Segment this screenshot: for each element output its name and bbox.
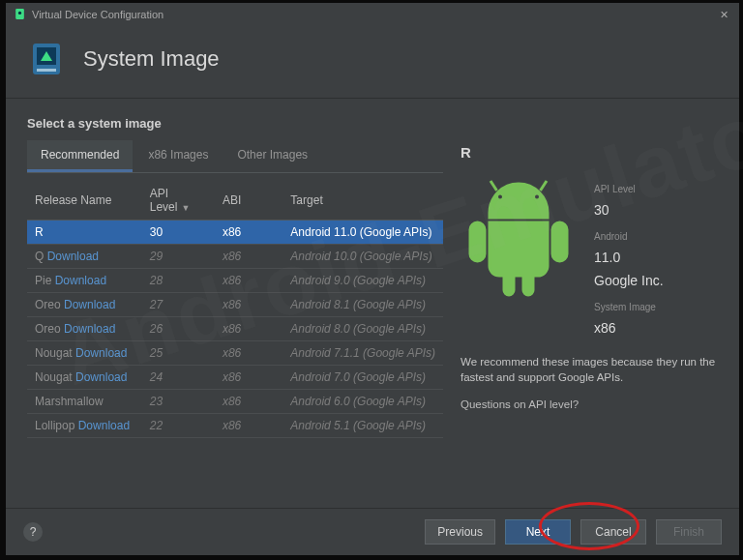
close-icon[interactable]: ✕ (716, 9, 731, 21)
content-area: Select a system image Recommended x86 Im… (6, 98, 739, 509)
svg-rect-4 (37, 69, 56, 72)
cell-release: Q Download (27, 245, 142, 269)
sort-desc-icon: ▼ (181, 203, 190, 213)
android-label: Android (594, 231, 664, 242)
studio-avd-icon (27, 40, 66, 78)
col-api[interactable]: API Level▼ (142, 181, 215, 221)
cell-release: Marshmallow (27, 390, 142, 414)
table-row[interactable]: Q Download29x86Android 10.0 (Google APIs… (27, 245, 443, 269)
footer: ? Previous Next Cancel Finish (6, 509, 739, 555)
sysimg-value: x86 (594, 320, 664, 336)
cell-api: 25 (142, 341, 215, 366)
window-title: Virtual Device Configuration (32, 9, 716, 20)
cell-target: Android 7.0 (Google APIs) (282, 366, 443, 390)
table-row[interactable]: Lollipop Download22x86Android 5.1 (Googl… (27, 414, 443, 438)
col-release[interactable]: Release Name (27, 181, 142, 221)
table-row[interactable]: R30x86Android 11.0 (Google APIs) (27, 221, 443, 245)
cell-api: 23 (142, 390, 215, 414)
sysimg-label: System Image (594, 302, 664, 312)
cell-target: Android 11.0 (Google APIs) (282, 221, 443, 245)
page-header: System Image (6, 26, 739, 98)
cell-release: Lollipop Download (27, 414, 142, 438)
question-link[interactable]: Questions on API level? (461, 398, 718, 410)
table-row[interactable]: Oreo Download27x86Android 8.1 (Google AP… (27, 293, 443, 317)
download-link[interactable]: Download (64, 322, 115, 336)
table-row[interactable]: Oreo Download26x86Android 8.0 (Google AP… (27, 317, 443, 341)
next-button[interactable]: Next (505, 519, 571, 545)
cell-abi: x86 (215, 269, 282, 293)
cell-target: Android 6.0 (Google APIs) (282, 390, 443, 414)
cell-abi: x86 (215, 341, 282, 366)
download-link[interactable]: Download (75, 370, 127, 384)
cell-api: 24 (142, 366, 215, 390)
tab-recommended[interactable]: Recommended (27, 140, 133, 172)
col-target[interactable]: Target (282, 181, 443, 221)
cell-release: Nougat Download (27, 341, 142, 366)
detail-pane: R API Level 30 Android 11.0 Google Inc. … (461, 140, 718, 508)
help-icon[interactable]: ? (23, 522, 43, 542)
cell-abi: x86 (215, 390, 282, 414)
tabs: Recommended x86 Images Other Images (27, 140, 443, 173)
cancel-button[interactable]: Cancel (580, 519, 646, 545)
cell-target: Android 8.1 (Google APIs) (282, 293, 443, 317)
tab-x86-images[interactable]: x86 Images (134, 140, 222, 172)
cell-abi: x86 (215, 221, 282, 245)
download-link[interactable]: Download (47, 250, 99, 263)
api-level-value: 30 (594, 202, 664, 218)
col-abi[interactable]: ABI (215, 181, 282, 221)
titlebar: Virtual Device Configuration ✕ (6, 3, 739, 26)
android-robot-icon (461, 174, 577, 303)
download-link[interactable]: Download (75, 346, 127, 360)
table-row[interactable]: Nougat Download25x86Android 7.1.1 (Googl… (27, 341, 443, 366)
cell-release: Nougat Download (27, 366, 142, 390)
cell-release: Pie Download (27, 269, 142, 293)
finish-button: Finish (656, 519, 722, 545)
cell-target: Android 9.0 (Google APIs) (282, 269, 443, 293)
table-row[interactable]: Nougat Download24x86Android 7.0 (Google … (27, 366, 443, 390)
cell-api: 26 (142, 317, 215, 341)
table-header-row: Release Name API Level▼ ABI Target (27, 181, 443, 221)
previous-button[interactable]: Previous (425, 519, 495, 545)
cell-target: Android 5.1 (Google APIs) (282, 414, 443, 438)
cell-abi: x86 (215, 317, 282, 341)
tab-other-images[interactable]: Other Images (223, 140, 321, 172)
cell-target: Android 7.1.1 (Google APIs) (282, 341, 443, 366)
api-level-label: API Level (594, 184, 664, 194)
detail-name: R (461, 144, 718, 161)
section-title: Select a system image (27, 99, 718, 140)
recommend-text: We recommend these images because they r… (461, 355, 718, 385)
cell-api: 29 (142, 245, 215, 269)
cell-api: 27 (142, 293, 215, 317)
android-studio-icon (14, 8, 26, 22)
cell-abi: x86 (215, 293, 282, 317)
cell-api: 22 (142, 414, 215, 438)
page-title: System Image (83, 46, 220, 72)
cell-target: Android 8.0 (Google APIs) (282, 317, 443, 341)
android-version: 11.0 (594, 250, 664, 265)
cell-abi: x86 (215, 414, 282, 438)
table-row[interactable]: Marshmallow23x86Android 6.0 (Google APIs… (27, 390, 443, 414)
cell-release: Oreo Download (27, 317, 142, 341)
download-link[interactable]: Download (78, 419, 130, 432)
cell-api: 28 (142, 269, 215, 293)
cell-target: Android 10.0 (Google APIs) (282, 245, 443, 269)
download-link[interactable]: Download (64, 298, 115, 311)
svg-point-1 (18, 11, 21, 14)
left-pane: Recommended x86 Images Other Images Rele… (27, 140, 443, 508)
cell-abi: x86 (215, 366, 282, 390)
vendor: Google Inc. (594, 273, 664, 288)
system-image-table: Release Name API Level▼ ABI Target R30x8… (27, 181, 443, 438)
dialog-window: Virtual Device Configuration ✕ System Im… (6, 3, 739, 555)
cell-api: 30 (142, 221, 215, 245)
download-link[interactable]: Download (55, 274, 106, 287)
table-row[interactable]: Pie Download28x86Android 9.0 (Google API… (27, 269, 443, 293)
cell-release: Oreo Download (27, 293, 142, 317)
cell-release: R (27, 221, 142, 245)
cell-abi: x86 (215, 245, 282, 269)
